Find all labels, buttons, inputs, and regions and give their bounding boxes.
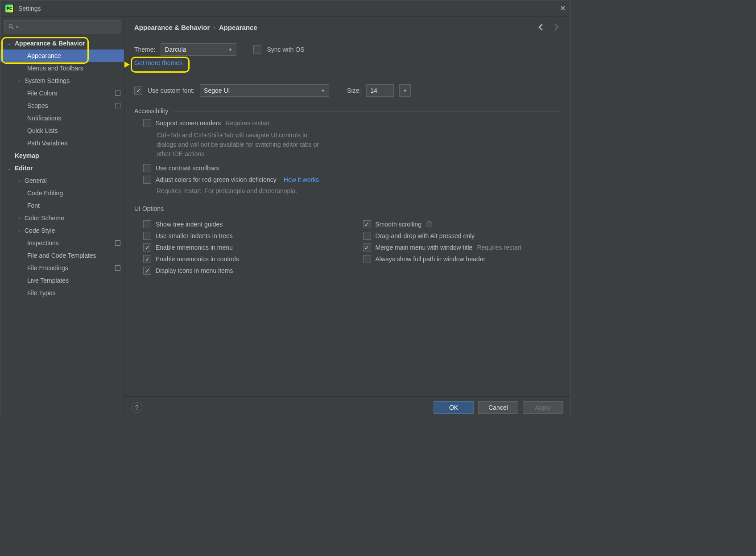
search-input[interactable]: ▾ bbox=[4, 20, 120, 33]
how-it-works-link[interactable]: How it works bbox=[284, 176, 319, 183]
use-custom-font-checkbox[interactable] bbox=[134, 86, 142, 95]
sidebar-item-label: System Settings bbox=[25, 77, 70, 84]
sidebar-item-label: Code Editing bbox=[27, 189, 63, 197]
breadcrumb: Appearance & Behavior › Appearance bbox=[124, 16, 570, 35]
sidebar-item-notifications[interactable]: Notifications bbox=[0, 112, 124, 124]
sidebar: ▾ ⌄Appearance & BehaviorAppearanceMenus … bbox=[0, 16, 124, 418]
merge-main-menu-with-window-title-checkbox[interactable] bbox=[363, 243, 371, 251]
sidebar-item-label: File Encodings bbox=[27, 264, 68, 272]
sidebar-item-label: Color Scheme bbox=[25, 214, 64, 222]
option-label: Drag-and-drop with Alt pressed only bbox=[376, 232, 475, 239]
help-icon[interactable]: ? bbox=[132, 402, 142, 413]
font-select[interactable]: Segoe UI▼ bbox=[200, 84, 329, 97]
requires-restart-hint: Requires restart bbox=[225, 119, 270, 127]
font-value: Segoe UI bbox=[204, 87, 230, 94]
theme-value: Darcula bbox=[165, 46, 186, 53]
sidebar-item-label: Font bbox=[27, 202, 40, 209]
sidebar-item-inspections[interactable]: Inspections bbox=[0, 237, 124, 249]
option-label: Smooth scrolling bbox=[376, 221, 422, 228]
option-label: Use smaller indents in trees bbox=[156, 232, 233, 239]
drag-and-drop-with-alt-pressed-only-checkbox[interactable] bbox=[363, 232, 371, 240]
titlebar: PC Settings ✕ bbox=[0, 0, 570, 16]
back-icon[interactable] bbox=[537, 23, 546, 32]
colorblind-note: Requires restart. For protanopia and deu… bbox=[157, 187, 560, 194]
sync-os-checkbox[interactable] bbox=[253, 45, 261, 54]
sidebar-item-general[interactable]: ›General bbox=[0, 174, 124, 187]
display-icons-in-menu-items-checkbox[interactable] bbox=[143, 267, 151, 275]
sidebar-item-code-style[interactable]: ›Code Style bbox=[0, 224, 124, 237]
sidebar-item-quick-lists[interactable]: Quick Lists bbox=[0, 124, 124, 137]
chevron-right-icon: › bbox=[16, 228, 23, 233]
screen-readers-checkbox[interactable] bbox=[143, 119, 151, 127]
enable-mnemonics-in-controls-checkbox[interactable] bbox=[143, 255, 151, 263]
sidebar-item-label: Editor bbox=[15, 165, 33, 172]
use-smaller-indents-in-trees-checkbox[interactable] bbox=[143, 232, 151, 240]
sidebar-item-label: Keymap bbox=[15, 152, 39, 159]
sync-os-label: Sync with OS bbox=[267, 46, 304, 53]
sidebar-item-color-scheme[interactable]: ›Color Scheme bbox=[0, 212, 124, 224]
close-icon[interactable]: ✕ bbox=[560, 4, 566, 12]
sidebar-item-label: General bbox=[25, 177, 47, 184]
sidebar-item-label: Appearance bbox=[27, 52, 61, 59]
colorblind-checkbox[interactable] bbox=[143, 176, 151, 184]
theme-label: Theme: bbox=[134, 46, 155, 53]
get-more-themes-link[interactable]: Get more themes bbox=[134, 59, 182, 66]
chevron-right-icon: › bbox=[16, 178, 23, 183]
sidebar-item-label: Inspections bbox=[27, 239, 59, 247]
accessibility-section: Accessibility bbox=[134, 107, 560, 115]
scope-badge-icon bbox=[115, 103, 120, 108]
sidebar-item-keymap[interactable]: Keymap bbox=[0, 149, 124, 162]
chevron-down-icon: ⌄ bbox=[6, 166, 13, 171]
sidebar-item-scopes[interactable]: Scopes bbox=[0, 99, 124, 112]
breadcrumb-root[interactable]: Appearance & Behavior bbox=[134, 24, 210, 31]
settings-tree[interactable]: ⌄Appearance & BehaviorAppearanceMenus an… bbox=[0, 37, 124, 418]
smooth-scrolling-checkbox[interactable] bbox=[363, 220, 371, 228]
option-label: Show tree indent guides bbox=[156, 221, 223, 228]
sidebar-item-editor[interactable]: ⌄Editor bbox=[0, 162, 124, 174]
chevron-right-icon: › bbox=[16, 78, 23, 83]
chevron-right-icon: › bbox=[16, 216, 23, 221]
sidebar-item-label: Code Style bbox=[25, 227, 55, 234]
sidebar-item-label: Scopes bbox=[27, 102, 48, 109]
sidebar-item-font[interactable]: Font bbox=[0, 199, 124, 212]
option-label: Enable mnemonics in menu bbox=[156, 244, 233, 251]
font-size-value: 14 bbox=[370, 87, 377, 94]
sidebar-item-file-colors[interactable]: File Colors bbox=[0, 87, 124, 99]
svg-line-1 bbox=[12, 28, 14, 29]
sidebar-item-menus-and-toolbars[interactable]: Menus and Toolbars bbox=[0, 62, 124, 74]
sidebar-item-label: Live Templates bbox=[27, 277, 69, 284]
hint-text: Requires restart bbox=[477, 244, 521, 251]
sidebar-item-file-types[interactable]: File Types bbox=[0, 287, 124, 299]
svg-marker-3 bbox=[124, 61, 130, 68]
theme-select[interactable]: Darcula▼ bbox=[161, 43, 236, 56]
show-tree-indent-guides-checkbox[interactable] bbox=[143, 220, 151, 228]
always-show-full-path-in-window-header-checkbox[interactable] bbox=[363, 255, 371, 263]
ok-button[interactable]: OK bbox=[434, 401, 474, 414]
sidebar-item-file-and-code-templates[interactable]: File and Code Templates bbox=[0, 249, 124, 262]
sidebar-item-label: Appearance & Behavior bbox=[15, 40, 85, 47]
sidebar-item-path-variables[interactable]: Path Variables bbox=[0, 137, 124, 149]
chevron-down-icon: ▼ bbox=[228, 47, 233, 52]
sidebar-item-appearance[interactable]: Appearance bbox=[0, 49, 124, 62]
sidebar-item-system-settings[interactable]: ›System Settings bbox=[0, 74, 124, 87]
screen-readers-label: Support screen readers bbox=[156, 119, 221, 127]
scope-badge-icon bbox=[115, 240, 120, 246]
font-size-stepper[interactable]: ▼ bbox=[399, 84, 411, 97]
search-icon bbox=[8, 24, 14, 30]
option-label: Always show full path in window header bbox=[376, 255, 486, 263]
contrast-scrollbars-checkbox[interactable] bbox=[143, 164, 151, 172]
help-icon[interactable]: ? bbox=[426, 221, 432, 227]
sidebar-item-file-encodings[interactable]: File Encodings bbox=[0, 262, 124, 274]
enable-mnemonics-in-menu-checkbox[interactable] bbox=[143, 243, 151, 251]
sidebar-item-label: File and Code Templates bbox=[27, 252, 96, 259]
font-size-input[interactable]: 14 bbox=[366, 84, 394, 97]
cancel-button[interactable]: Cancel bbox=[478, 401, 518, 414]
sidebar-item-live-templates[interactable]: Live Templates bbox=[0, 274, 124, 287]
contrast-scrollbars-label: Use contrast scrollbars bbox=[156, 165, 219, 172]
sidebar-item-appearance-behavior[interactable]: ⌄Appearance & Behavior bbox=[0, 37, 124, 49]
screen-readers-note: Ctrl+Tab and Ctrl+Shift+Tab will navigat… bbox=[157, 131, 326, 159]
ui-options-section: UI Options bbox=[134, 205, 560, 212]
sidebar-item-code-editing[interactable]: Code Editing bbox=[0, 187, 124, 199]
option-label: Display icons in menu items bbox=[156, 267, 233, 274]
apply-button[interactable]: Apply bbox=[523, 401, 563, 414]
